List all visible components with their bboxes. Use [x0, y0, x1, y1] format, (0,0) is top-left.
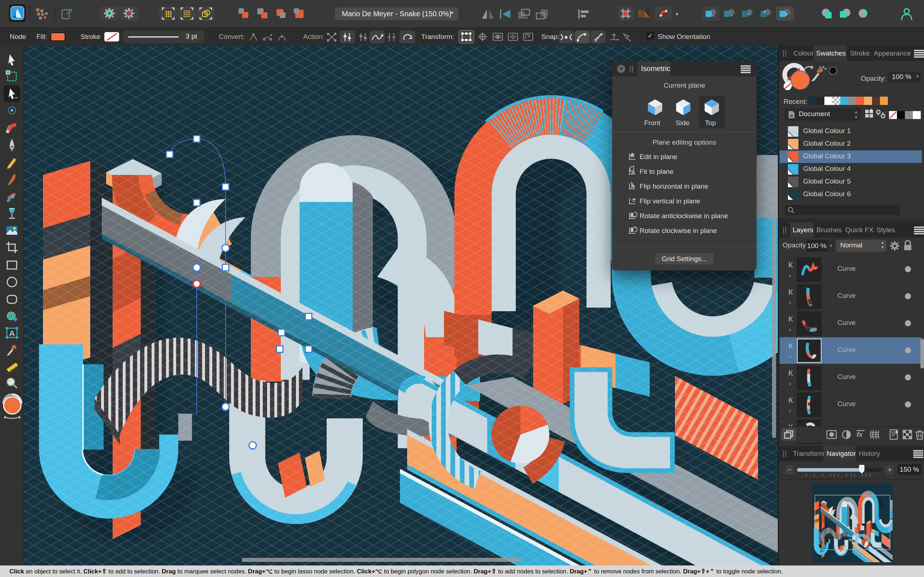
svg-text:A: A [10, 329, 15, 338]
svg-text:fx: fx [856, 430, 863, 438]
